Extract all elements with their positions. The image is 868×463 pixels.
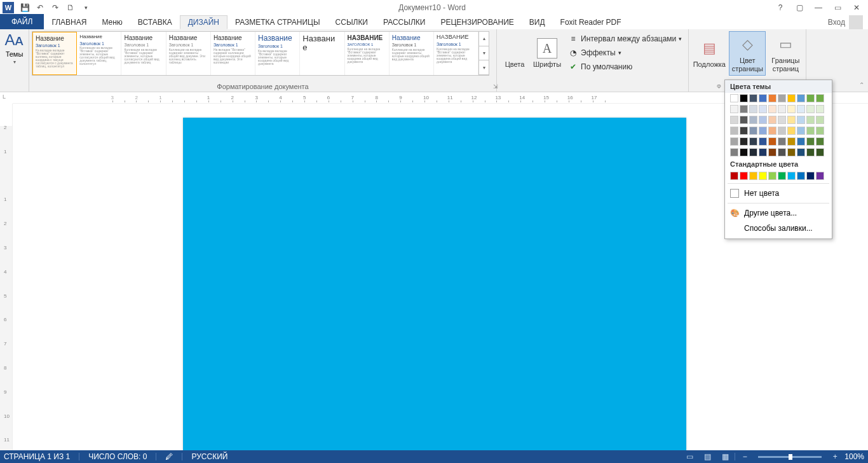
color-swatch[interactable] xyxy=(759,94,767,102)
gallery-spinner[interactable]: ▴▾▾ xyxy=(478,32,489,75)
color-swatch[interactable] xyxy=(816,116,824,124)
status-word-count[interactable]: ЧИСЛО СЛОВ: 0 xyxy=(88,452,147,461)
color-swatch[interactable] xyxy=(806,137,815,146)
tab-insert[interactable]: ВСТАВКА xyxy=(130,15,180,29)
color-swatch[interactable] xyxy=(730,116,738,124)
more-colors-item[interactable]: 🎨Другие цвета... xyxy=(725,205,832,221)
color-swatch[interactable] xyxy=(806,94,815,102)
help-button[interactable]: ? xyxy=(771,1,789,14)
effects-button[interactable]: ◔Эффекты▾ xyxy=(566,46,684,59)
color-swatch[interactable] xyxy=(806,148,815,156)
color-swatch[interactable] xyxy=(740,148,748,156)
color-swatch[interactable] xyxy=(806,105,815,113)
color-swatch[interactable] xyxy=(787,148,796,156)
color-swatch[interactable] xyxy=(787,137,796,146)
color-swatch[interactable] xyxy=(768,116,776,124)
tab-mailings[interactable]: РАССЫЛКИ xyxy=(376,15,433,29)
tab-selector[interactable]: L xyxy=(3,93,6,100)
color-swatch[interactable] xyxy=(759,127,767,135)
view-print-layout[interactable]: ▤ xyxy=(699,451,715,462)
maximize-button[interactable]: ▭ xyxy=(829,1,846,14)
style-item[interactable]: НазваниеЗаголовок 1На вкладке "Вставка" … xyxy=(211,32,255,75)
zoom-in[interactable]: + xyxy=(827,451,843,462)
color-swatch[interactable] xyxy=(749,137,757,146)
themes-button[interactable]: Aᴀ Темы ▾ xyxy=(3,31,26,76)
tab-view[interactable]: ВИД xyxy=(522,15,553,29)
zoom-slider[interactable] xyxy=(758,456,822,458)
color-swatch[interactable] xyxy=(778,137,786,146)
vertical-ruler[interactable]: 21123456789101112 xyxy=(0,104,13,450)
color-swatch[interactable] xyxy=(768,148,776,156)
color-swatch[interactable] xyxy=(730,94,738,102)
color-swatch[interactable] xyxy=(787,94,796,102)
ribbon-options-button[interactable]: ▢ xyxy=(790,1,808,14)
color-swatch[interactable] xyxy=(730,137,738,146)
color-swatch[interactable] xyxy=(730,127,738,135)
fonts-button[interactable]: A Шрифты xyxy=(532,31,562,76)
style-item[interactable]: НазваниеЗаголовок 1Коллекции на вкладке … xyxy=(390,32,434,75)
color-swatch[interactable] xyxy=(797,172,805,180)
color-swatch[interactable] xyxy=(759,105,767,113)
color-swatch[interactable] xyxy=(797,137,805,146)
color-swatch[interactable] xyxy=(759,172,767,180)
status-page[interactable]: СТРАНИЦА 1 ИЗ 1 xyxy=(4,452,70,461)
style-item[interactable]: НазваниеЗаголовок 1Коллекции на вкладке … xyxy=(77,32,121,75)
sign-in[interactable]: Вход xyxy=(823,15,868,29)
color-swatch[interactable] xyxy=(740,137,748,146)
color-swatch[interactable] xyxy=(749,94,757,102)
color-swatch[interactable] xyxy=(797,116,805,124)
document-page[interactable] xyxy=(183,118,686,450)
collapse-ribbon[interactable]: ⌃ xyxy=(859,81,864,88)
qat-save[interactable]: 💾 xyxy=(18,1,32,14)
tab-layout[interactable]: РАЗМЕТКА СТРАНИЦЫ xyxy=(227,15,328,29)
zoom-level[interactable]: 100% xyxy=(844,452,864,461)
page-borders-button[interactable]: ▭ Границы страниц xyxy=(768,31,803,76)
tab-review[interactable]: РЕЦЕНЗИРОВАНИЕ xyxy=(433,15,521,29)
color-swatch[interactable] xyxy=(730,172,738,180)
status-spellcheck[interactable]: 🖉 xyxy=(165,452,173,461)
style-item[interactable]: Названи е xyxy=(300,32,344,75)
paragraph-spacing-button[interactable]: ≡Интервал между абзацами▾ xyxy=(566,32,684,45)
color-swatch[interactable] xyxy=(787,127,796,135)
color-swatch[interactable] xyxy=(787,105,796,113)
color-swatch[interactable] xyxy=(740,127,748,135)
color-swatch[interactable] xyxy=(806,172,815,180)
color-swatch[interactable] xyxy=(816,137,824,146)
color-swatch[interactable] xyxy=(778,172,786,180)
set-default-button[interactable]: ✔По умолчанию xyxy=(566,60,684,73)
color-swatch[interactable] xyxy=(816,172,824,180)
dialog-launcher-icon[interactable]: ⇲ xyxy=(493,83,498,90)
fill-effects-item[interactable]: Способы заливки... xyxy=(725,221,832,236)
style-item[interactable]: НазваниеЗаголовок 1Коллекции на вкладке … xyxy=(121,32,166,75)
color-swatch[interactable] xyxy=(787,172,796,180)
color-swatch[interactable] xyxy=(797,105,805,113)
style-item[interactable]: НазваниеЗаголовок 1Ка вкладке вкладке "В… xyxy=(255,32,300,75)
style-item[interactable]: НАЗВАНИЕЗАГОЛОВОК 1Коллекции на вкладке … xyxy=(345,32,390,75)
qat-redo[interactable]: ↷ xyxy=(48,1,62,14)
color-swatch[interactable] xyxy=(797,94,805,102)
color-swatch[interactable] xyxy=(759,148,767,156)
tab-design[interactable]: ДИЗАЙН xyxy=(180,15,227,29)
color-swatch[interactable] xyxy=(749,116,757,124)
color-swatch[interactable] xyxy=(816,94,824,102)
watermark-button[interactable]: ▤ Подложка xyxy=(691,31,727,76)
color-swatch[interactable] xyxy=(749,127,757,135)
color-swatch[interactable] xyxy=(797,127,805,135)
color-swatch[interactable] xyxy=(778,105,786,113)
color-swatch[interactable] xyxy=(787,116,796,124)
color-swatch[interactable] xyxy=(778,148,786,156)
color-swatch[interactable] xyxy=(806,116,815,124)
color-swatch[interactable] xyxy=(778,94,786,102)
tab-file[interactable]: ФАЙЛ xyxy=(0,14,44,29)
qat-customize[interactable]: ▾ xyxy=(79,1,93,14)
style-gallery[interactable]: НазваниеЗаголовок 1Ка вкладке вкладке "В… xyxy=(32,31,489,76)
color-swatch[interactable] xyxy=(816,105,824,113)
color-swatch[interactable] xyxy=(740,116,748,124)
color-swatch[interactable] xyxy=(816,127,824,135)
view-read-mode[interactable]: ▭ xyxy=(681,451,698,462)
style-item[interactable]: НазваниеЗаголовок 1Коллекции на вкладке … xyxy=(166,32,211,75)
zoom-out[interactable]: − xyxy=(736,451,753,462)
color-swatch[interactable] xyxy=(740,172,748,180)
minimize-button[interactable]: — xyxy=(810,1,827,14)
color-swatch[interactable] xyxy=(778,127,786,135)
